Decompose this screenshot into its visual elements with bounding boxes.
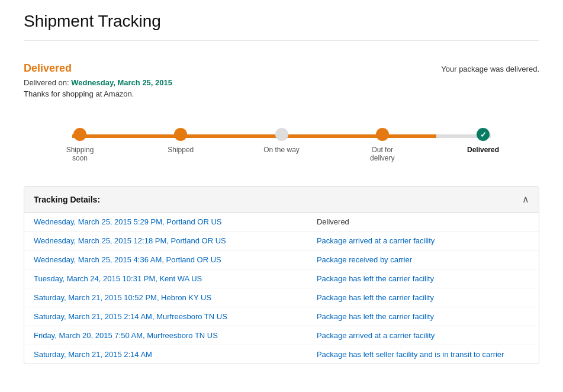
tracking-status: Delivered (307, 213, 539, 232)
tracker-section: Shipping soon Shipped On the way Out for… (24, 116, 539, 186)
tracking-datetime: Tuesday, March 24, 2015 10:31 PM, Kent W… (24, 269, 307, 288)
tracking-status: Package arrived at a carrier facility (307, 232, 539, 250)
page-title: Shipment Tracking (24, 12, 539, 41)
tracking-datetime: Saturday, March 21, 2015 2:14 AM (24, 345, 307, 364)
tracking-datetime: Wednesday, March 25, 2015 5:29 PM, Portl… (24, 213, 307, 232)
step-dot-on-the-way (275, 128, 288, 141)
step-shipping-soon: Shipping soon (59, 128, 101, 162)
step-out-for-delivery: Out for delivery (362, 128, 403, 162)
status-left: Delivered Delivered on: Wednesday, March… (24, 62, 172, 98)
tracking-table-row: Saturday, March 21, 2015 2:14 AM, Murfre… (24, 307, 539, 326)
tracking-table-row: Wednesday, March 25, 2015 12:18 PM, Port… (24, 232, 539, 250)
step-label-shipping-soon: Shipping soon (59, 146, 101, 162)
tracking-datetime: Wednesday, March 25, 2015 4:36 AM, Portl… (24, 250, 307, 269)
step-label-out-for-delivery: Out for delivery (362, 146, 403, 162)
tracking-table-row: Saturday, March 21, 2015 10:52 PM, Hebro… (24, 288, 539, 307)
tracking-status: Package has left the carrier facility (307, 269, 539, 288)
delivered-date-value: Wednesday, March 25, 2015 (71, 78, 172, 87)
status-section: Delivered Delivered on: Wednesday, March… (24, 50, 539, 116)
tracking-table-row: Wednesday, March 25, 2015 4:36 AM, Portl… (24, 250, 539, 269)
tracking-status: Package has left the carrier facility (307, 307, 539, 326)
page-container: Shipment Tracking Delivered Delivered on… (0, 0, 563, 388)
step-dot-shipping-soon (73, 128, 86, 141)
collapse-chevron-icon[interactable]: ∧ (522, 194, 529, 205)
status-title: Delivered (24, 62, 172, 75)
delivered-date-line: Delivered on: Wednesday, March 25, 2015 (24, 78, 172, 87)
tracking-datetime: Saturday, March 21, 2015 10:52 PM, Hebro… (24, 288, 307, 307)
step-label-on-the-way: On the way (263, 146, 300, 154)
thanks-text: Thanks for shopping at Amazon. (24, 89, 172, 98)
status-message: Your package was delivered. (441, 62, 539, 73)
step-dot-delivered: ✓ (477, 128, 490, 141)
tracking-datetime: Friday, March 20, 2015 7:50 AM, Murfrees… (24, 326, 307, 345)
step-label-delivered: Delivered (467, 146, 499, 154)
step-delivered: ✓ Delivered (462, 128, 504, 154)
tracking-status: Package has left seller facility and is … (307, 345, 539, 364)
step-shipped: Shipped (160, 128, 201, 154)
step-label-shipped: Shipped (168, 146, 194, 154)
tracker-steps: Shipping soon Shipped On the way Out for… (59, 128, 504, 162)
delivered-checkmark: ✓ (480, 130, 487, 139)
step-dot-shipped (174, 128, 187, 141)
tracking-table-row: Friday, March 20, 2015 7:50 AM, Murfrees… (24, 326, 539, 345)
tracking-details-header[interactable]: Tracking Details: ∧ (24, 187, 539, 213)
tracking-status: Package has left the carrier facility (307, 288, 539, 307)
step-dot-out-for-delivery (376, 128, 389, 141)
tracking-status: Package received by carrier (307, 250, 539, 269)
tracking-details-title: Tracking Details: (34, 195, 100, 204)
delivered-prefix: Delivered on: (24, 78, 71, 87)
tracking-status: Package arrived at a carrier facility (307, 326, 539, 345)
tracking-table-row: Wednesday, March 25, 2015 5:29 PM, Portl… (24, 213, 539, 232)
tracking-table-row: Tuesday, March 24, 2015 10:31 PM, Kent W… (24, 269, 539, 288)
tracking-details-section: Tracking Details: ∧ Wednesday, March 25,… (24, 186, 539, 364)
tracking-table-row: Saturday, March 21, 2015 2:14 AMPackage … (24, 345, 539, 364)
tracking-table: Wednesday, March 25, 2015 5:29 PM, Portl… (24, 213, 539, 364)
tracking-datetime: Wednesday, March 25, 2015 12:18 PM, Port… (24, 232, 307, 250)
step-on-the-way: On the way (261, 128, 303, 154)
tracking-datetime: Saturday, March 21, 2015 2:14 AM, Murfre… (24, 307, 307, 326)
